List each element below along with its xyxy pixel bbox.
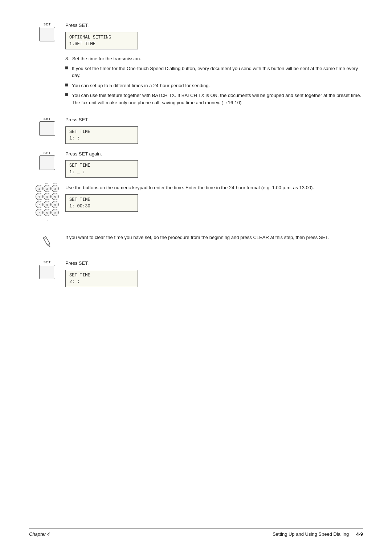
set-button[interactable] [39,27,55,41]
lcd-line1-1: OPTIONAL SETTING [69,34,134,41]
lcd-line1-final: SET TIME [69,272,134,279]
lcd-line2-final: 2: : [69,279,134,285]
set-button-final[interactable] [39,265,55,279]
key-0: 0 [44,209,51,216]
step-press-set-final: SET Press SET. SET TIME 2: : [29,260,363,287]
set-button-3[interactable] [39,155,55,170]
bullet-text-3: You can use this feature together with B… [72,92,363,106]
section-number: 8. [65,56,69,61]
lcd-line2-2: 1: : [69,135,134,142]
lcd-display-2: SET TIME 1: : [65,126,138,144]
key-7: PQRS 7 [36,201,43,208]
bullet-item-1: If you set the timer for the One-touch S… [65,65,363,79]
step-1-content: Press SET. OPTIONAL SETTING 1.SET TIME [65,22,363,49]
press-set-1-text: Press SET. [65,22,363,29]
lcd-display-1: OPTIONAL SETTING 1.SET TIME [65,32,138,49]
set-label-3: SET [44,151,51,155]
set-label-2: SET [44,117,51,121]
keypad-icon-col: 1 ABC 2 DEF 3 GHI 4 [29,184,65,223]
lcd-line2-1: 1.SET TIME [69,41,134,47]
press-set-again-text: Press SET again. [65,150,363,158]
press-set-final-text: Press SET. [65,260,363,267]
key-9: WXYZ 9 [52,201,59,208]
lcd-line2-3: 1: _ : [69,169,134,175]
step-press-set-again: SET Press SET again. SET TIME 1: _ : [29,150,363,178]
bullet-item-2: You can set up to 5 different times in a… [65,82,363,89]
keypad-instruction-text: Use the buttons on the numeric keypad to… [65,184,363,191]
bullet-square-3 [65,93,68,96]
lcd-line1-2: SET TIME [69,129,134,135]
set-label-final: SET [44,260,51,264]
pencil-icon-col [29,234,65,249]
key-8: TUV 8 [44,201,51,208]
set-button-icon-1: SET [29,22,65,41]
step-press-set-2: SET Press SET. SET TIME 1: : [29,116,363,144]
bullet-item-3: You can use this feature together with B… [65,92,363,106]
lcd-display-3: SET TIME 1: _ : [65,160,138,178]
set-button-2[interactable] [39,121,55,136]
lcd-line1-4: SET TIME [69,197,134,203]
step-keypad-entry: 1 ABC 2 DEF 3 GHI 4 [29,184,363,223]
page: SET Press SET. OPTIONAL SETTING 1.SET TI… [0,0,392,555]
step-keypad-content: Use the buttons on the numeric keypad to… [65,184,363,212]
bullet-text-1: If you set the timer for the One-touch S… [72,65,363,79]
set-button-icon-3: SET [29,150,65,170]
footer: Chapter 4 Setting Up and Using Speed Dia… [29,528,363,537]
key-hash: # [52,209,59,216]
set-button-icon-2: SET [29,116,65,136]
footer-page-number: 4-9 [356,531,363,537]
section-8-icon-col [29,56,65,57]
key-star: * [36,209,43,216]
step-3-content: Press SET again. SET TIME 1: _ : [65,150,363,178]
step-press-set-1: SET Press SET. OPTIONAL SETTING 1.SET TI… [29,22,363,49]
step-2-content: Press SET. SET TIME 1: : [65,116,363,144]
note-text: If you want to clear the time you have s… [65,235,329,240]
bullet-list: If you set the timer for the One-touch S… [65,65,363,106]
set-button-icon-final: SET [29,260,65,279]
step-section-8: 8. Set the time for the transmission. If… [29,56,363,110]
numeric-keypad-icon: 1 ABC 2 DEF 3 GHI 4 [34,185,60,223]
lcd-line1-3: SET TIME [69,162,134,169]
section-heading-text: Set the time for the transmission. [72,56,141,61]
lcd-line2-4: 1: 00:30 [69,203,134,210]
svg-marker-1 [47,243,51,247]
svg-rect-0 [43,236,50,245]
note-content: If you want to clear the time you have s… [65,234,363,241]
footer-chapter: Chapter 4 [29,531,50,537]
pencil-icon [40,235,54,249]
keypad-dot: · [46,218,48,223]
svg-line-2 [44,238,47,239]
lcd-display-4: SET TIME 1: 00:30 [65,194,138,212]
set-label: SET [44,23,51,26]
bullet-square-1 [65,66,68,69]
note-box: If you want to clear the time you have s… [29,230,363,253]
section-8-heading: 8. Set the time for the transmission. [65,56,363,61]
step-final-content: Press SET. SET TIME 2: : [65,260,363,287]
bullet-square-2 [65,84,68,86]
footer-description: Setting Up and Using Speed Dialling [273,531,349,537]
press-set-2-text: Press SET. [65,116,363,123]
lcd-display-final: SET TIME 2: : [65,270,138,287]
bullet-text-2: You can set up to 5 different times in a… [72,82,210,89]
section-8-content: 8. Set the time for the transmission. If… [65,56,363,110]
keypad-grid: 1 ABC 2 DEF 3 GHI 4 [36,185,59,216]
